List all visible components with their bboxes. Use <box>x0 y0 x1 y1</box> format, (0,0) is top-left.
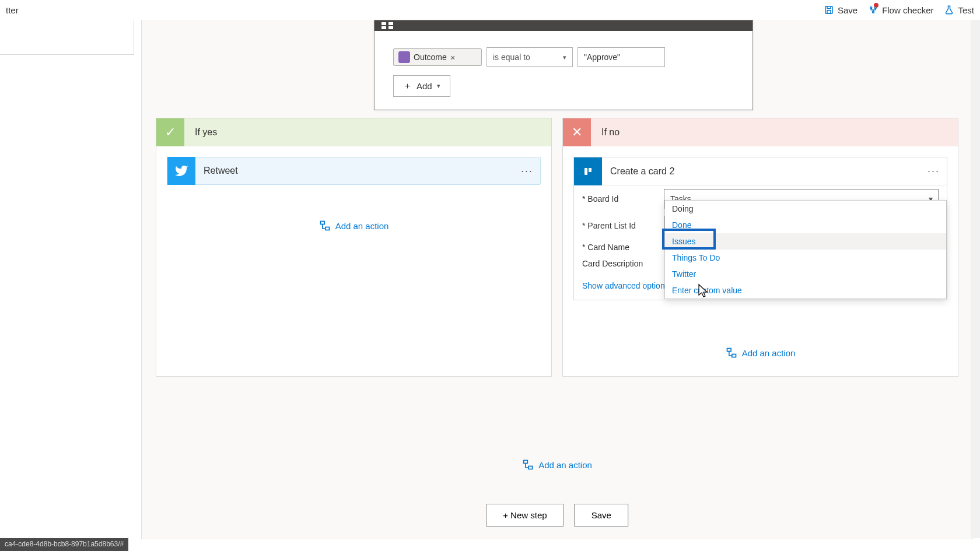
parent-list-id-label: * Parent List Id <box>582 221 664 230</box>
condition-token[interactable]: Outcome × <box>393 48 482 66</box>
add-action-no-label: Add an action <box>742 348 796 358</box>
flow-checker-label: Flow checker <box>882 5 933 15</box>
create-card-header[interactable]: Create a card 2 ··· <box>574 157 947 185</box>
svg-rect-12 <box>584 168 587 175</box>
remove-token-button[interactable]: × <box>450 52 456 62</box>
test-label: Test <box>958 5 974 15</box>
add-condition-button[interactable]: ＋ Add ▾ <box>393 75 450 97</box>
page-title-fragment: tter <box>6 5 824 15</box>
condition-card[interactable]: Outcome × is equal to ▾ "Approve" ＋ Add … <box>374 20 753 110</box>
card-description-label: Card Description <box>582 259 664 268</box>
svg-rect-10 <box>325 227 329 230</box>
add-label: Add <box>416 81 432 91</box>
svg-rect-16 <box>524 461 528 464</box>
add-action-icon <box>319 220 331 231</box>
condition-header <box>374 20 752 31</box>
dropdown-enter-custom[interactable]: Enter custom value <box>665 282 946 299</box>
condition-icon <box>382 22 393 29</box>
if-no-branch: ✕ If no Create a card 2 ··· * Board Id <box>562 118 958 377</box>
svg-rect-15 <box>732 355 736 357</box>
save-label: Save <box>838 5 858 15</box>
svg-rect-17 <box>528 466 533 469</box>
retweet-more-button[interactable]: ··· <box>514 165 540 177</box>
save-icon <box>824 5 834 15</box>
svg-rect-1 <box>827 10 831 13</box>
status-bar: ca4-cde8-4d8b-bcb8-897b1a5d8b63/# <box>0 538 128 551</box>
add-action-icon <box>522 459 534 471</box>
dropdown-option-doing[interactable]: Doing <box>665 201 946 217</box>
close-icon: ✕ <box>563 118 591 146</box>
left-panel-stub <box>0 20 134 55</box>
test-icon <box>944 5 954 15</box>
operator-label: is equal to <box>493 52 530 62</box>
outcome-token-label: Outcome <box>414 52 447 62</box>
show-advanced-label: Show advanced options <box>582 281 669 290</box>
svg-rect-13 <box>589 168 592 172</box>
svg-rect-7 <box>382 26 386 29</box>
check-icon: ✓ <box>156 118 184 146</box>
if-no-title: If no <box>601 127 620 138</box>
svg-rect-11 <box>583 166 593 177</box>
svg-rect-6 <box>388 22 393 25</box>
svg-rect-14 <box>727 349 731 352</box>
new-step-button[interactable]: + New step <box>486 504 564 527</box>
create-card-action: Create a card 2 ··· * Board Id Tasks ▾ <box>573 157 947 300</box>
svg-rect-9 <box>320 222 324 224</box>
card-name-label: * Card Name <box>582 243 664 252</box>
plus-icon: ＋ <box>403 80 412 92</box>
add-action-root[interactable]: Add an action <box>522 459 592 471</box>
chevron-down-icon: ▾ <box>563 54 566 61</box>
svg-point-2 <box>870 7 872 9</box>
add-action-yes[interactable]: Add an action <box>167 220 541 231</box>
outcome-token-icon <box>398 51 410 63</box>
create-card-more-button[interactable]: ··· <box>921 165 947 177</box>
dropdown-option-twitter[interactable]: Twitter <box>665 266 946 282</box>
svg-rect-5 <box>382 22 386 25</box>
add-action-yes-label: Add an action <box>335 221 389 231</box>
if-no-header[interactable]: ✕ If no <box>563 118 958 146</box>
retweet-title: Retweet <box>195 166 514 176</box>
create-card-title: Create a card 2 <box>602 166 921 177</box>
retweet-action-card[interactable]: Retweet ··· <box>167 157 541 185</box>
add-action-root-label: Add an action <box>538 460 592 470</box>
condition-value-input[interactable]: "Approve" <box>578 47 665 67</box>
condition-operator-select[interactable]: is equal to ▾ <box>487 47 573 67</box>
save-button[interactable]: Save <box>824 5 858 15</box>
svg-point-4 <box>873 11 874 13</box>
if-yes-header[interactable]: ✓ If yes <box>156 118 551 146</box>
save-flow-button[interactable]: Save <box>575 504 628 527</box>
test-button[interactable]: Test <box>944 5 974 15</box>
dropdown-option-issues[interactable]: Issues <box>665 233 946 250</box>
flow-checker-button[interactable]: Flow checker <box>868 5 933 15</box>
board-id-label: * Board Id <box>582 194 664 203</box>
top-toolbar: tter Save Flow checker Test <box>0 0 980 20</box>
dropdown-option-things-to-do[interactable]: Things To Do <box>665 250 946 266</box>
parent-list-dropdown: Doing Done Issues Things To Do Twitter E… <box>664 200 947 299</box>
flow-canvas: Outcome × is equal to ▾ "Approve" ＋ Add … <box>141 20 973 539</box>
svg-rect-8 <box>388 26 393 29</box>
twitter-icon <box>167 157 195 185</box>
vertical-scrollbar[interactable] <box>971 20 980 538</box>
trello-icon <box>574 157 602 185</box>
add-action-icon <box>726 347 737 359</box>
dropdown-option-done[interactable]: Done <box>665 217 946 233</box>
chevron-down-icon: ▾ <box>437 82 440 90</box>
if-yes-branch: ✓ If yes Retweet ··· Add an action <box>156 118 552 377</box>
add-action-no[interactable]: Add an action <box>573 347 947 359</box>
if-yes-title: If yes <box>195 127 217 138</box>
